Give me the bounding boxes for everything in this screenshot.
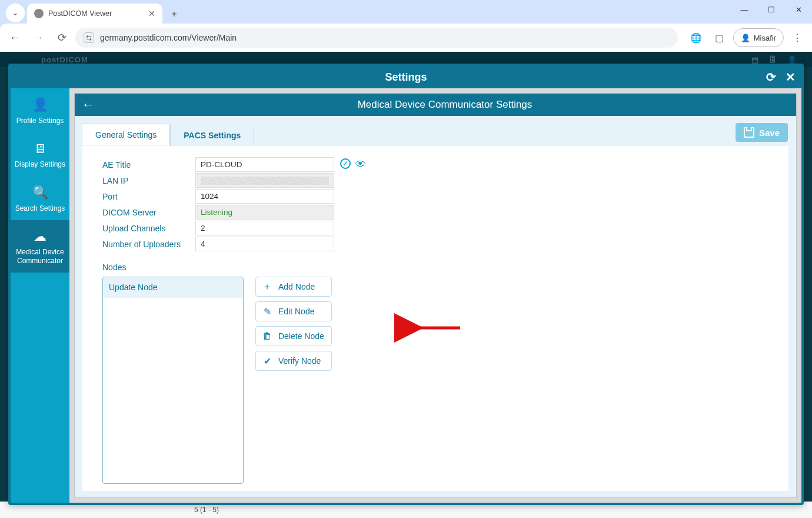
under-header-icon: 🗄 [769,55,777,64]
communicator-panel: ← Medical Device Communicator Settings S… [74,93,797,498]
sidebar-item-profile[interactable]: 👤 Profile Settings [11,88,69,132]
profile-button[interactable]: 👤 Misafir [733,28,784,47]
pacs-form: AE Title PD-CLOUD ✓ 👁 LAN IP [82,145,789,492]
sidebar-item-search[interactable]: 🔍 Search Settings [11,176,69,220]
redacted-ip [201,177,329,185]
check-icon[interactable]: ✓ [340,158,351,169]
settings-modal: Settings ⟳ ✕ 👤 Profile Settings 🖥 Displa… [8,64,804,505]
settings-tabs: General Settings PACS Settings [82,123,789,145]
delete-node-button[interactable]: 🗑 Delete Node [255,326,332,346]
dicom-server-value: Listening [195,205,334,220]
sidebar-item-display[interactable]: 🖥 Display Settings [11,132,69,177]
save-label: Save [759,128,780,138]
tab-close-icon[interactable]: ✕ [148,9,155,18]
favicon-icon [34,9,44,18]
node-actions: ＋ Add Node ✎ Edit Node 🗑 [255,277,332,371]
verify-node-label: Verify Node [278,356,321,366]
profile-icon: 👤 [13,97,67,113]
tabs-dropdown[interactable]: ⌄ [6,4,25,22]
add-node-label: Add Node [278,282,315,291]
sidebar-item-label: Profile Settings [16,117,64,125]
nodes-list[interactable]: Update Node [102,277,244,484]
browser-menu-icon[interactable]: ⋮ [787,28,807,48]
port-label: Port [102,192,195,201]
uploaders-label: Number of Uploaders [102,240,195,249]
window-maximize[interactable]: ☐ [758,0,785,19]
nodes-list-item[interactable]: Update Node [103,277,243,298]
under-logo: postDICOM [41,55,88,64]
port-value[interactable]: 1024 [195,189,334,204]
verify-node-button[interactable]: ✔ Verify Node [255,351,332,371]
plus-icon: ＋ [262,281,272,293]
verify-icon: ✔ [262,356,272,367]
display-icon: 🖥 [13,141,67,157]
profile-label: Misafir [754,34,776,42]
edit-node-button[interactable]: ✎ Edit Node [255,301,332,321]
dicom-server-label: DICOM Server [102,208,195,217]
sidebar-item-label: Search Settings [15,204,65,212]
url-text: germany.postdicom.com/Viewer/Main [100,33,237,42]
add-node-button[interactable]: ＋ Add Node [255,277,332,297]
save-icon [744,127,754,138]
modal-title: Settings [385,71,427,84]
translate-icon[interactable]: 🌐 [686,28,706,48]
panel-title: Medical Device Communicator Settings [101,99,789,111]
uploaders-value[interactable]: 4 [195,237,334,251]
address-bar-row: ← → ⟳ ⇆ germany.postdicom.com/Viewer/Mai… [0,24,812,52]
edit-icon: ✎ [262,306,272,317]
browser-chrome: ⌄ PostDICOM Viewer ✕ + ― ☐ ✕ ← → ⟳ ⇆ ger… [0,0,812,52]
tab-strip: ⌄ PostDICOM Viewer ✕ + ― ☐ ✕ [0,0,812,24]
settings-main: ← Medical Device Communicator Settings S… [69,88,801,503]
ae-title-label: AE Title [102,160,195,170]
window-close[interactable]: ✕ [785,0,812,19]
tab-pacs[interactable]: PACS Settings [170,124,254,146]
new-tab-button[interactable]: + [166,6,182,22]
nav-reload[interactable]: ⟳ [52,28,72,48]
modal-refresh-icon[interactable]: ⟳ [766,70,776,84]
panel-header: ← Medical Device Communicator Settings [75,94,796,116]
search-icon: 🔍 [13,184,67,201]
browser-tab[interactable]: PostDICOM Viewer ✕ [27,4,162,24]
trash-icon: 🗑 [262,331,272,341]
modal-title-bar: Settings ⟳ ✕ [11,66,801,88]
window-minimize[interactable]: ― [731,0,758,19]
sidebar-item-communicator[interactable]: ☁ Medical Device Communicator [11,220,69,273]
ae-title-value[interactable]: PD-CLOUD [195,157,334,172]
cloud-upload-icon: ☁ [13,228,67,245]
delete-node-label: Delete Node [278,331,324,341]
panel-content: Save General Settings PACS Settings AE T… [75,116,796,497]
settings-sidebar: 👤 Profile Settings 🖥 Display Settings 🔍 … [11,88,69,503]
under-header-icon: ▤ [751,55,758,64]
upload-channels-label: Upload Channels [102,224,195,233]
omnibox[interactable]: ⇆ germany.postdicom.com/Viewer/Main [75,28,678,48]
eye-icon[interactable]: 👁 [355,158,366,171]
app-area: postDICOM ▤ 🗄 👤 5 (1 - 5) Settings ⟳ ✕ 👤 [0,52,812,518]
edit-node-label: Edit Node [278,307,314,316]
sidebar-item-label: Display Settings [15,160,65,168]
nav-back[interactable]: ← [5,28,25,48]
window-controls: ― ☐ ✕ [731,0,812,24]
nodes-label: Nodes [102,263,772,272]
upload-channels-value[interactable]: 2 [195,221,334,235]
lan-ip-value [195,173,334,188]
save-button[interactable]: Save [736,123,788,142]
sidebar-item-label: Medical Device Communicator [16,248,64,265]
reader-icon[interactable]: ▢ [710,28,730,48]
under-header-icon: 👤 [787,55,797,64]
under-footer-text: 5 (1 - 5) [194,506,219,514]
nav-forward[interactable]: → [28,28,48,48]
site-info-icon[interactable]: ⇆ [84,32,94,43]
profile-avatar-icon: 👤 [741,34,750,42]
modal-close-icon[interactable]: ✕ [786,70,796,84]
panel-back-icon[interactable]: ← [82,97,95,112]
lan-ip-label: LAN IP [102,176,195,185]
tab-general[interactable]: General Settings [82,124,170,145]
tab-title: PostDICOM Viewer [48,9,112,18]
